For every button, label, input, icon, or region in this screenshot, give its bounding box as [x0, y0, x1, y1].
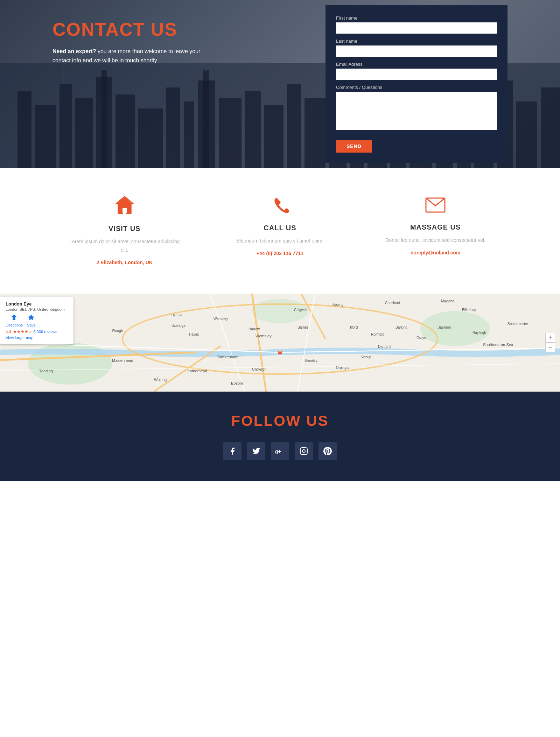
svg-text:Southend-on-Sea: Southend-on-Sea	[483, 343, 513, 347]
svg-marker-86	[11, 314, 17, 320]
call-card: CALL US Bibendum bibendum quis sit amet …	[214, 196, 346, 257]
svg-text:Epsom: Epsom	[231, 381, 243, 385]
zoom-out-button[interactable]: −	[545, 343, 555, 352]
map-location-name: London Eye	[6, 301, 68, 307]
save-button[interactable]: Save	[27, 314, 36, 327]
svg-text:Woking: Woking	[154, 378, 167, 382]
svg-text:Wembley: Wembley	[255, 334, 272, 338]
visit-title: VISIT US	[65, 225, 184, 233]
stars-icon: ★★★★☆	[13, 329, 32, 334]
svg-text:Barking: Barking	[396, 325, 407, 329]
first-name-input[interactable]	[336, 22, 497, 34]
map-reviews[interactable]: 5,006 reviews	[34, 330, 57, 334]
hero-left-panel: CONTACT US Need an expert? you are more …	[52, 5, 210, 65]
save-icon	[28, 314, 35, 322]
hero-subtitle: Need an expert? you are more than welcom…	[52, 47, 210, 65]
twitter-icon[interactable]	[247, 442, 265, 460]
svg-text:Wembley: Wembley	[214, 317, 228, 321]
svg-text:Mayland: Mayland	[441, 299, 454, 303]
map-rating-row: 4.4 ★★★★☆ 5,006 reviews	[6, 329, 68, 334]
call-title: CALL US	[220, 224, 340, 232]
svg-text:Orpington: Orpington	[336, 366, 351, 370]
svg-point-84	[258, 342, 260, 344]
svg-text:Cheshunt: Cheshunt	[385, 301, 400, 305]
map-section: Maidenhead Reading Woking Leatherhead Ep…	[0, 294, 560, 392]
comments-textarea[interactable]	[336, 92, 497, 130]
map-canvas: Maidenhead Reading Woking Leatherhead Ep…	[0, 294, 560, 392]
map-rating: 4.4	[6, 329, 12, 334]
envelope-icon	[376, 196, 495, 217]
svg-text:Dartford: Dartford	[378, 345, 391, 349]
first-name-group: First name	[336, 15, 497, 34]
visit-card: VISIT US Lorem ipsum dolor sit amet, con…	[58, 196, 191, 266]
svg-point-85	[279, 350, 281, 352]
svg-point-90	[302, 450, 305, 452]
contact-form: First name Last name Email Adress Commen…	[326, 5, 507, 163]
svg-text:Southminster: Southminster	[507, 322, 528, 326]
follow-title: FOLLOW US	[52, 413, 507, 429]
map-zoom-controls: + −	[545, 333, 555, 352]
svg-text:Hayes: Hayes	[189, 332, 199, 336]
hero-section: CONTACT US Need an expert? you are more …	[0, 0, 560, 168]
subtitle-bold: Need an expert?	[52, 48, 96, 54]
svg-text:Uxbridge: Uxbridge	[172, 324, 186, 328]
svg-text:Barnet: Barnet	[298, 325, 308, 329]
map-address: London SE1 7PB, United Kingdom	[6, 307, 68, 311]
svg-text:Harrow: Harrow	[248, 327, 260, 331]
map-svg: Maidenhead Reading Woking Leatherhead Ep…	[0, 294, 560, 392]
email-input[interactable]	[336, 69, 497, 80]
email-label: Email Adress	[336, 62, 497, 67]
house-icon	[65, 196, 184, 218]
svg-text:Rayleigh: Rayleigh	[472, 331, 486, 335]
first-name-label: First name	[336, 15, 497, 21]
last-name-input[interactable]	[336, 45, 497, 57]
svg-rect-89	[300, 448, 307, 455]
svg-text:Twickenham: Twickenham	[217, 355, 238, 359]
comments-label: Comments / Questions	[336, 85, 497, 90]
directions-label: Directions	[6, 323, 23, 327]
svg-text:g+: g+	[275, 449, 281, 454]
page-title: CONTACT US	[52, 19, 210, 40]
last-name-label: Last name	[336, 38, 497, 44]
send-button[interactable]: SEND	[336, 140, 372, 153]
svg-text:Billericay: Billericay	[462, 308, 476, 312]
social-icons-row: g+	[52, 442, 507, 460]
svg-text:Bromley: Bromley	[304, 359, 317, 363]
divider-1	[202, 199, 202, 262]
google-plus-icon[interactable]: g+	[271, 442, 289, 460]
directions-button[interactable]: Directions	[6, 314, 23, 327]
svg-rect-35	[122, 208, 127, 213]
svg-text:Harrow: Harrow	[172, 314, 182, 317]
email-group: Email Adress	[336, 62, 497, 80]
divider-2	[358, 199, 358, 262]
map-actions: Directions Save	[6, 314, 68, 327]
info-section: VISIT US Lorem ipsum dolor sit amet, con…	[0, 168, 560, 294]
svg-text:Chigwell: Chigwell	[294, 308, 307, 312]
follow-section: FOLLOW US g+	[0, 392, 560, 481]
pinterest-icon[interactable]	[318, 442, 337, 460]
facebook-icon[interactable]	[223, 442, 241, 460]
visit-link[interactable]: 2 Elizabeth, London, UK	[97, 260, 153, 265]
call-desc: Bibendum bibendum quis sit amet enim.	[220, 237, 340, 245]
last-name-group: Last name	[336, 38, 497, 57]
svg-text:Sidcup: Sidcup	[360, 355, 371, 359]
zoom-in-button[interactable]: +	[545, 333, 555, 343]
svg-text:Reading: Reading	[38, 369, 53, 373]
save-label: Save	[27, 323, 36, 327]
svg-point-38	[28, 343, 112, 385]
message-link[interactable]: noreply@noland.com	[411, 250, 461, 255]
svg-text:Croydon: Croydon	[252, 367, 267, 371]
call-link[interactable]: +44 (0) 203 116 7711	[257, 251, 303, 256]
view-larger-map[interactable]: View larger map	[6, 336, 68, 340]
svg-text:Leatherhead: Leatherhead	[186, 369, 207, 373]
phone-icon	[220, 196, 340, 218]
instagram-icon[interactable]	[295, 442, 313, 460]
svg-text:Romford: Romford	[371, 332, 384, 336]
visit-desc: Lorem ipsum dolor sit amet, consectetur …	[65, 238, 184, 254]
directions-icon	[10, 314, 18, 322]
svg-text:Epping: Epping	[332, 303, 343, 307]
message-desc: Donec leo nunc, tincidunt sed consectetu…	[376, 236, 495, 245]
hero-content: CONTACT US Need an expert? you are more …	[0, 0, 560, 168]
message-card: MASSAGE US Donec leo nunc, tincidunt sed…	[369, 196, 502, 256]
comments-group: Comments / Questions	[336, 85, 497, 132]
